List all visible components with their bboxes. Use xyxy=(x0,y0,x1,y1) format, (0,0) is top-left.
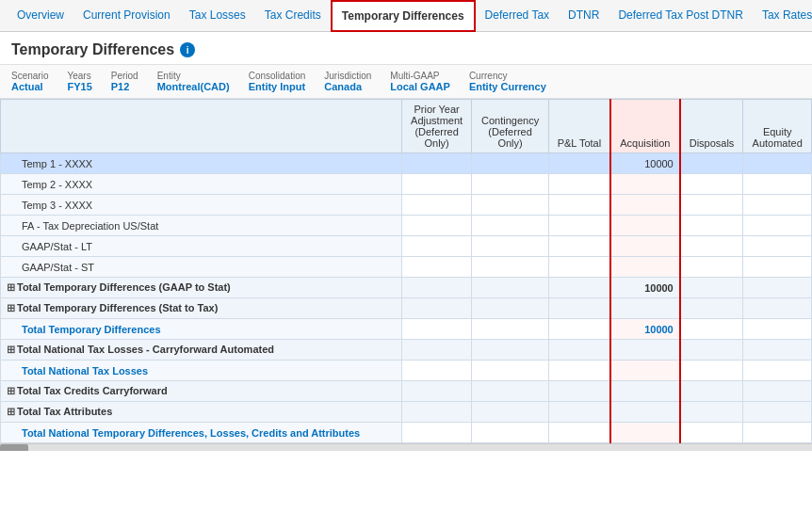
acquisition-value xyxy=(610,402,680,423)
col-header-acquisition: Acquisition xyxy=(610,100,680,153)
acquisition-value xyxy=(610,174,680,195)
table-row: Total National Tax Losses xyxy=(1,361,812,381)
expand-icon[interactable]: ⊞ xyxy=(7,302,15,313)
prior-year-value xyxy=(401,298,472,319)
filter-period: PeriodP12 xyxy=(111,71,138,92)
filter-scenario: ScenarioActual xyxy=(11,71,48,92)
tab-temporary-differences[interactable]: Temporary Differences xyxy=(331,0,476,32)
row-name: Temp 3 - XXXX xyxy=(1,195,402,216)
expand-icon[interactable]: ⊞ xyxy=(7,385,15,396)
filter-value[interactable]: P12 xyxy=(111,81,138,92)
pandl-value xyxy=(548,236,610,257)
prior-year-value xyxy=(401,174,472,195)
disposals-value xyxy=(680,402,743,423)
table-row: GAAP/Stat - LT xyxy=(1,236,812,257)
filter-consolidation: ConsolidationEntity Input xyxy=(249,71,306,92)
filter-label: Period xyxy=(111,71,138,81)
expand-icon[interactable]: ⊞ xyxy=(7,406,15,417)
disposals-value xyxy=(680,153,743,174)
prior-year-value xyxy=(401,236,472,257)
tab-tax-losses[interactable]: Tax Losses xyxy=(180,0,255,31)
table-container[interactable]: Prior YearAdjustment(DeferredOnly) Conti… xyxy=(0,99,812,443)
contingency-value xyxy=(472,381,548,402)
row-name: Temp 1 - XXXX xyxy=(1,153,402,174)
pandl-value xyxy=(548,195,610,216)
filter-currency: CurrencyEntity Currency xyxy=(469,71,546,92)
filter-value[interactable]: Entity Currency xyxy=(469,81,546,92)
scroll-thumb xyxy=(0,444,28,451)
disposals-value xyxy=(680,216,743,236)
col-header-pandl: P&L Total xyxy=(548,100,610,153)
navigation-tabs: OverviewCurrent ProvisionTax LossesTax C… xyxy=(0,0,812,32)
tab-dtnr[interactable]: DTNR xyxy=(559,0,609,31)
row-name: ⊞Total Temporary Differences (Stat to Ta… xyxy=(1,298,402,319)
acquisition-value xyxy=(610,216,680,236)
tab-deferred-tax-post-dtnr[interactable]: Deferred Tax Post DTNR xyxy=(609,0,753,31)
tab-deferred-tax[interactable]: Deferred Tax xyxy=(476,0,559,31)
col-header-prior-year: Prior YearAdjustment(DeferredOnly) xyxy=(401,100,472,153)
tab-tax-rates[interactable]: Tax Rates xyxy=(753,0,812,31)
table-row: Temp 2 - XXXX xyxy=(1,174,812,195)
pandl-value xyxy=(548,423,610,443)
col-header-equity: EquityAutomated xyxy=(743,100,812,153)
filter-value[interactable]: FY15 xyxy=(67,81,91,92)
tab-tax-credits[interactable]: Tax Credits xyxy=(255,0,331,31)
prior-year-value xyxy=(401,216,472,236)
pandl-value xyxy=(548,216,610,236)
filter-value[interactable]: Canada xyxy=(324,81,371,92)
expand-icon[interactable]: ⊞ xyxy=(7,281,15,293)
prior-year-value xyxy=(401,278,472,298)
table-row: ⊞Total Temporary Differences (GAAP to St… xyxy=(1,278,812,298)
filter-value[interactable]: Montreal(CAD) xyxy=(157,81,230,92)
filter-label: Multi-GAAP xyxy=(390,71,450,81)
disposals-value xyxy=(680,278,743,298)
contingency-value xyxy=(472,153,548,174)
col-header-name xyxy=(1,100,402,153)
equity-value xyxy=(743,402,812,423)
filter-entity: EntityMontreal(CAD) xyxy=(157,71,230,92)
pandl-value xyxy=(548,278,610,298)
prior-year-value xyxy=(401,340,472,361)
contingency-value xyxy=(472,361,548,381)
expand-icon[interactable]: ⊞ xyxy=(7,344,15,355)
tab-current-provision[interactable]: Current Provision xyxy=(73,0,180,31)
row-name: ⊞Total Tax Attributes xyxy=(1,402,402,423)
page-title: Temporary Differences xyxy=(11,41,174,58)
disposals-value xyxy=(680,174,743,195)
contingency-value xyxy=(472,236,548,257)
filter-value[interactable]: Actual xyxy=(11,81,48,92)
equity-value xyxy=(743,340,812,361)
scroll-indicator[interactable] xyxy=(0,443,812,451)
equity-value xyxy=(743,423,812,443)
disposals-value xyxy=(680,257,743,278)
prior-year-value xyxy=(401,402,472,423)
contingency-value xyxy=(472,216,548,236)
prior-year-value xyxy=(401,381,472,402)
filter-jurisdiction: JurisdictionCanada xyxy=(324,71,371,92)
contingency-value xyxy=(472,423,548,443)
disposals-value xyxy=(680,361,743,381)
contingency-value xyxy=(472,174,548,195)
disposals-value xyxy=(680,236,743,257)
table-row: Total Temporary Differences10000 xyxy=(1,319,812,340)
equity-value xyxy=(743,257,812,278)
prior-year-value xyxy=(401,423,472,443)
table-row: Temp 3 - XXXX xyxy=(1,195,812,216)
row-name: Temp 2 - XXXX xyxy=(1,174,402,195)
row-name: GAAP/Stat - ST xyxy=(1,257,402,278)
contingency-value xyxy=(472,319,548,340)
row-name: ⊞Total National Tax Losses - Carryforwar… xyxy=(1,340,402,361)
row-name: Total National Tax Losses xyxy=(1,361,402,381)
prior-year-value xyxy=(401,195,472,216)
table-row: Total National Temporary Differences, Lo… xyxy=(1,423,812,443)
table-row: ⊞Total Temporary Differences (Stat to Ta… xyxy=(1,298,812,319)
tab-overview[interactable]: Overview xyxy=(8,0,73,31)
info-icon[interactable]: i xyxy=(180,42,195,57)
pandl-value xyxy=(548,340,610,361)
table-row: ⊞Total Tax Attributes xyxy=(1,402,812,423)
row-name: Total National Temporary Differences, Lo… xyxy=(1,423,402,443)
acquisition-value xyxy=(610,381,680,402)
contingency-value xyxy=(472,298,548,319)
filter-value[interactable]: Local GAAP xyxy=(390,81,450,92)
filter-value[interactable]: Entity Input xyxy=(249,81,306,92)
